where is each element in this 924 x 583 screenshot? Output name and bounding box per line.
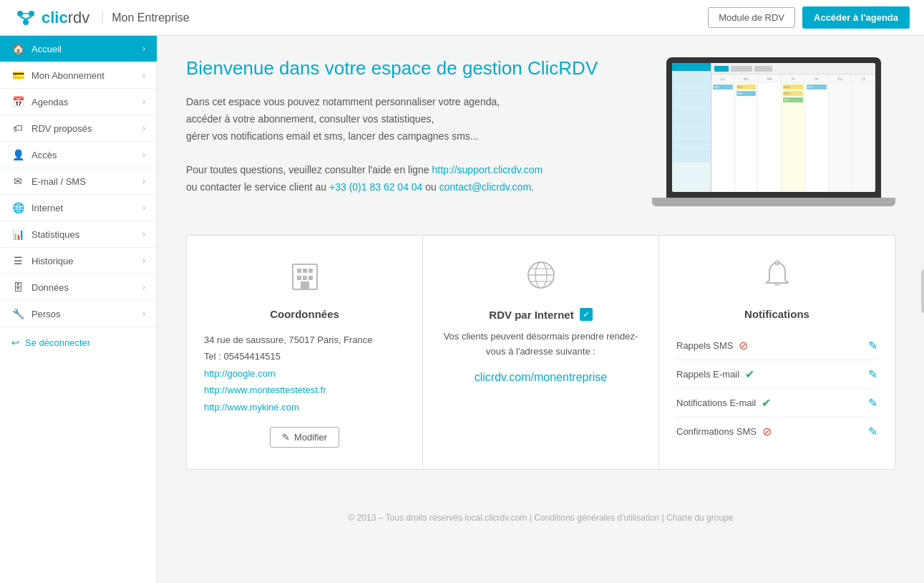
sidebar-label-rdv: RDV proposés (31, 123, 92, 134)
home-icon: 🏠 (11, 43, 24, 54)
cgu-link[interactable]: Conditions générales d'utilisation (534, 513, 659, 523)
notif-row-notif-email: Notifications E-mail ✔ ✎ (676, 389, 877, 418)
chevron-right-icon: › (142, 150, 145, 160)
chevron-right-icon: › (142, 203, 145, 213)
welcome-body: Dans cet espace vous pouvez notamment pe… (186, 94, 645, 196)
checkbox-checked-icon: ✓ (580, 308, 593, 321)
module-rdv-button[interactable]: Module de RDV (708, 7, 795, 28)
subscription-icon: 💳 (11, 69, 24, 81)
screen-col: Ma RDV RDV (735, 74, 759, 192)
screen-col-header: Je (782, 74, 804, 83)
acceder-agenda-button[interactable]: Accéder à l'agenda (802, 6, 910, 29)
chevron-right-icon: › (142, 123, 145, 133)
sidebar-item-historique[interactable]: ☰ Historique › (0, 248, 157, 274)
phone-link[interactable]: +33 (0)1 83 62 04 04 (329, 181, 422, 193)
notif-row-rappels-sms: Rappels SMS ⊘ ✎ (676, 332, 877, 360)
screen-col: Me (758, 74, 782, 192)
status-disabled-icon: ⊘ (762, 425, 772, 438)
screen-col-header: Di (852, 74, 875, 83)
screen-col-header: Me (758, 74, 781, 83)
screen-sidebar-row (672, 72, 711, 82)
screen-sidebar-row (672, 63, 711, 72)
sidebar-item-persos[interactable]: 🔧 Persos › (0, 301, 157, 327)
logout-button[interactable]: ↩ Se déconnecter (0, 327, 157, 358)
chevron-right-icon: › (142, 44, 145, 54)
screen-topbar-btn (754, 66, 772, 72)
sidebar-item-accueil[interactable]: 🏠 Accueil › (0, 36, 157, 62)
welcome-text: Bienvenue dans votre espace de gestion C… (186, 57, 645, 206)
laptop-screen-bezel: Lu RDV Ma RDV RDV (666, 57, 881, 198)
screen-event: RDV (736, 85, 757, 90)
logo: clicrdv (14, 6, 89, 29)
screen-content: Lu RDV Ma RDV RDV (672, 63, 875, 192)
sidebar-item-agendas[interactable]: 📅 Agendas › (0, 89, 157, 115)
website-link2[interactable]: http://www.montesttestetest.fr (204, 385, 326, 395)
sidebar-item-rdv[interactable]: 🏷 RDV proposés › (0, 115, 157, 142)
logo-text: clicrdv (42, 9, 89, 27)
header: clicrdv Mon Entreprise Module de RDV Acc… (0, 0, 924, 36)
charte-link[interactable]: Charte du groupe (666, 513, 733, 523)
rdv-url-link[interactable]: clicrdv.com/monentreprise (475, 371, 608, 383)
sidebar-label-agendas: Agendas (31, 97, 68, 107)
chevron-right-icon: › (142, 309, 145, 319)
calendar-icon: 📅 (11, 96, 24, 107)
scrollbar[interactable] (921, 270, 924, 313)
svg-rect-13 (301, 281, 309, 289)
logo-icon (14, 6, 37, 29)
screen-calendar: Lu RDV Ma RDV RDV (711, 74, 875, 192)
sidebar-item-abonnement[interactable]: 💳 Mon Abonnement › (0, 62, 157, 89)
sidebar-label-internet: Internet (31, 203, 63, 213)
notifications-title: Notifications (676, 308, 877, 320)
screen-col: Je RDV RDV RDV (782, 74, 805, 192)
screen-event: RDV (736, 91, 757, 96)
website-link1[interactable]: http://google.com (204, 368, 276, 379)
svg-rect-8 (303, 269, 307, 273)
sidebar-label-acces: Accès (31, 150, 57, 160)
svg-rect-10 (297, 276, 301, 280)
notif-label-notif-email: Notifications E-mail (676, 398, 756, 408)
coordonnees-card: Coordonnées 34 rue de saussure, 75017 Pa… (187, 236, 423, 469)
screen-event: RDV (783, 91, 803, 96)
screen-sidebar-row (672, 132, 711, 142)
globe-icon: 🌐 (11, 202, 24, 213)
address-line1: 34 rue de saussure, 75017 Paris, France (204, 332, 405, 348)
modifier-button[interactable]: ✎ Modifier (270, 427, 339, 448)
globe-card-icon (440, 257, 641, 299)
screen-col: Di (852, 74, 875, 192)
history-icon: ☰ (11, 255, 24, 266)
screen-col: Ve RDV (805, 74, 829, 192)
notif-row-rappels-email: Rappels E-mail ✔ ✎ (676, 360, 877, 389)
screen-col: Sa (829, 74, 852, 192)
notif-label-rappels-sms: Rappels SMS (676, 340, 733, 351)
sidebar-item-acces[interactable]: 👤 Accès › (0, 142, 157, 168)
edit-notif-email-button[interactable]: ✎ (868, 396, 877, 410)
screen-col-header: Ma (735, 74, 758, 83)
sidebar-item-internet[interactable]: 🌐 Internet › (0, 195, 157, 221)
support-link[interactable]: http://support.clicrdv.com (432, 164, 543, 175)
sidebar-item-donnees[interactable]: 🗄 Données › (0, 274, 157, 301)
chevron-right-icon: › (142, 282, 145, 292)
header-left: clicrdv Mon Entreprise (14, 6, 190, 29)
tag-icon: 🏷 (11, 122, 24, 134)
edit-rappels-sms-button[interactable]: ✎ (868, 339, 877, 352)
status-enabled-icon: ✔ (762, 396, 771, 410)
notifications-list: Rappels SMS ⊘ ✎ Rappels E-mail ✔ ✎ (676, 332, 877, 445)
chevron-right-icon: › (142, 97, 145, 107)
edit-rappels-email-button[interactable]: ✎ (868, 367, 877, 381)
chevron-right-icon: › (142, 256, 145, 266)
address-line2: Tel : 05454414515 (204, 348, 405, 365)
sidebar-item-email-sms[interactable]: ✉ E-mail / SMS › (0, 168, 157, 195)
laptop-mockup: Lu RDV Ma RDV RDV (666, 57, 895, 206)
chevron-right-icon: › (142, 176, 145, 186)
website-link3[interactable]: http://www.mykiné.com (204, 402, 299, 413)
copyright-text: © 2013 – Tous droits réservés local.clic… (349, 513, 527, 523)
screen-event: RDV (783, 97, 803, 102)
edit-confirm-sms-button[interactable]: ✎ (868, 425, 877, 438)
screen-main: Lu RDV Ma RDV RDV (711, 63, 875, 192)
sidebar-label-historique: Historique (31, 256, 74, 266)
sidebar-item-statistiques[interactable]: 📊 Statistiques › (0, 221, 157, 248)
email-link[interactable]: contact@clicrdv.com (439, 181, 531, 193)
sidebar-label-abonnement: Mon Abonnement (31, 70, 104, 81)
coordonnees-title: Coordonnées (204, 308, 405, 320)
wrench-icon: 🔧 (11, 308, 24, 319)
